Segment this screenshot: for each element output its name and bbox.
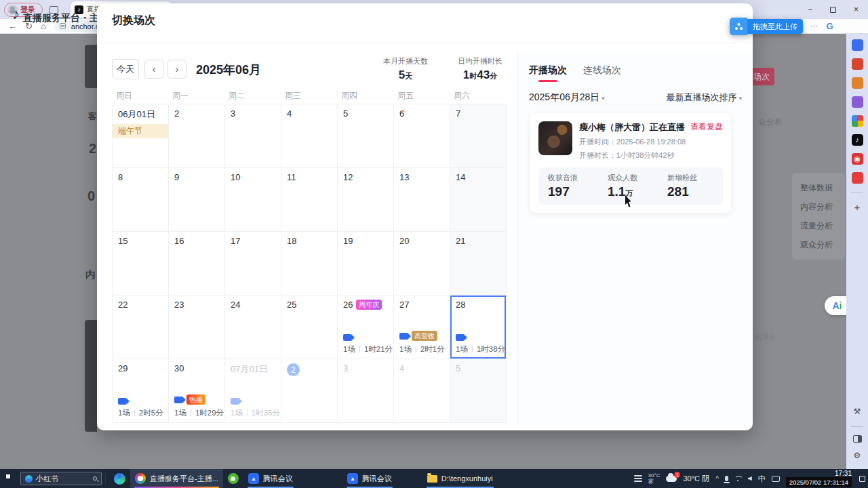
calendar-day-cell[interactable]: 7 xyxy=(450,104,507,168)
separator: | xyxy=(359,344,361,354)
calendar-day-cell[interactable]: 27高营收1场|2时1分 xyxy=(394,296,450,359)
prev-month-button[interactable]: ‹ xyxy=(144,60,163,79)
profile-avatar[interactable]: G xyxy=(826,21,833,31)
calendar-day-cell[interactable]: 14 xyxy=(450,168,507,232)
calendar-day-cell[interactable]: 8 xyxy=(113,168,169,232)
calendar-day-cell[interactable]: 21 xyxy=(450,232,507,296)
session-icons xyxy=(343,334,352,341)
weather-text[interactable]: 30°C 阴 xyxy=(683,474,709,484)
bg-nav-item: 内容分析 xyxy=(800,197,845,216)
tab-link-sessions[interactable]: 连线场次 xyxy=(583,64,621,82)
calendar-day-cell[interactable]: 6 xyxy=(394,104,450,168)
weather-mini-widget[interactable]: 30°C 雾 xyxy=(648,472,660,485)
session-card[interactable]: 瘦小梅（胖大雷）正在直播 查看复盘 开播时间：2025-06-28 19:28:… xyxy=(530,113,731,213)
background-video-thumbnail xyxy=(85,320,97,432)
system-tray: 30°C 雾 1 30°C 阴 ^ 中 17:31 2025/07/02 17:… xyxy=(634,469,868,488)
calendar-day-cell[interactable]: 4 xyxy=(394,359,450,423)
calendar-day-cell[interactable]: 20 xyxy=(394,232,450,296)
calendar-day-cell[interactable]: 9 xyxy=(169,168,225,232)
settings-gear-icon[interactable]: ⚙ xyxy=(852,450,863,462)
calendar-day-cell[interactable]: 13 xyxy=(394,168,450,232)
red-app-icon[interactable] xyxy=(852,172,863,184)
session-count: 1场 xyxy=(456,344,468,354)
toolbox-icon[interactable] xyxy=(852,77,863,89)
sort-dropdown[interactable]: 最新直播场次排序▾ xyxy=(666,92,742,104)
calendar-day-cell[interactable]: 10 xyxy=(225,168,281,232)
calendar-day-cell[interactable]: 26周年庆1场|1时21分 xyxy=(338,296,394,359)
calendar-day-cell[interactable]: 2 xyxy=(169,104,225,168)
calendar-day-cell[interactable]: 24 xyxy=(225,296,281,359)
weather-cloud-icon[interactable]: 1 xyxy=(666,476,677,482)
taskbar-folder-window[interactable]: D:\tengxunhuiyi xyxy=(422,469,498,488)
speaker-icon[interactable] xyxy=(748,476,752,481)
douyin-note-icon: ♪ xyxy=(12,5,20,23)
calendar-day-cell[interactable]: 2 xyxy=(281,359,338,423)
tray-expand-icon[interactable]: ^ xyxy=(715,475,719,483)
notification-center-icon[interactable] xyxy=(859,476,865,482)
calendar-day-cell[interactable]: 281场|1时38分 xyxy=(450,296,507,359)
calendar-day-cell[interactable]: 12 xyxy=(338,168,394,232)
calendar-day-cell[interactable]: 11 xyxy=(281,168,338,232)
office-app-icon[interactable] xyxy=(852,58,863,70)
calendar-day-cell[interactable]: 19 xyxy=(338,232,394,296)
shopping-tag-icon[interactable] xyxy=(852,39,863,51)
input-language-indicator[interactable]: 中 xyxy=(758,474,766,484)
calendar-day-cell[interactable]: 16 xyxy=(169,232,225,296)
tab-broadcast-sessions[interactable]: 开播场次 xyxy=(529,64,567,82)
calendar-day-cell[interactable]: 07月01日1场|1时35分 xyxy=(225,359,281,423)
taskbar-tencent-meeting-2[interactable]: ▲ 腾讯会议 xyxy=(342,469,397,488)
sidebar-panel-icon[interactable] xyxy=(853,435,862,443)
drag-upload-button[interactable]: 拖拽至此上传 xyxy=(730,18,803,35)
taskbar-active-window[interactable]: 直播服务平台-主播... xyxy=(130,469,223,488)
keyboard-layout-icon[interactable] xyxy=(772,476,780,482)
network-icon[interactable] xyxy=(734,476,742,481)
tools-icon[interactable]: ⚒ xyxy=(852,406,863,418)
view-review-link[interactable]: 查看复盘 xyxy=(690,121,723,133)
calendar-day-cell[interactable]: 17 xyxy=(225,232,281,296)
add-sidebar-item-icon[interactable]: + xyxy=(852,201,863,213)
date-row: 4 xyxy=(287,108,332,119)
browser-eye-icon[interactable]: ◉ xyxy=(852,153,863,165)
calendar-day-cell[interactable]: 22 xyxy=(113,296,169,359)
taskbar-green-app[interactable] xyxy=(223,469,243,488)
date-row: 20 xyxy=(399,236,444,246)
calendar-day-cell[interactable]: 3 xyxy=(338,359,394,423)
restore-button[interactable] xyxy=(830,7,836,13)
calendar-day-cell[interactable]: 25 xyxy=(281,296,338,359)
more-menu-icon[interactable]: ⋯ xyxy=(810,22,818,30)
tencent-meeting-icon: ▲ xyxy=(248,473,259,484)
tencent-meeting-icon: ▲ xyxy=(347,473,358,484)
weekday-label: 周三 xyxy=(281,90,337,102)
taskbar-edge-app[interactable] xyxy=(109,469,130,488)
taskbar-tencent-meeting[interactable]: ▲ 腾讯会议 xyxy=(243,469,298,488)
date-number: 4 xyxy=(399,363,404,373)
calendar-day-cell[interactable]: 15 xyxy=(113,232,169,296)
calendar-day-cell[interactable]: 30热播1场|1时29分 xyxy=(169,359,225,423)
news-menu-icon[interactable] xyxy=(634,475,642,482)
microphone-icon[interactable] xyxy=(725,476,728,481)
calendar-day-cell[interactable]: 3 xyxy=(225,104,281,168)
app-grid-icon[interactable] xyxy=(852,115,863,127)
date-row: 10 xyxy=(231,172,275,182)
calendar-day-cell[interactable]: 291场|2时5分 xyxy=(113,359,169,423)
hourglass-app-icon[interactable] xyxy=(852,96,863,108)
calendar-day-cell[interactable]: 5 xyxy=(450,359,507,423)
start-button-icon[interactable] xyxy=(6,474,15,483)
taskbar-clock[interactable]: 17:31 2025/07/02 17:31:14 xyxy=(786,470,852,487)
calendar-day-cell[interactable]: 5 xyxy=(338,104,394,168)
calendar-day-cell[interactable]: 4 xyxy=(281,104,338,168)
date-row: 28 xyxy=(456,300,500,310)
stat-unit: 万 xyxy=(625,189,633,197)
calendar-day-cell[interactable]: 06月01日端午节 xyxy=(113,104,169,168)
minimize-button[interactable]: − xyxy=(808,5,812,14)
panel-date-dropdown[interactable]: 2025年06月28日▾ xyxy=(529,92,605,104)
session-duration: 2时5分 xyxy=(139,408,163,418)
calendar-day-cell[interactable]: 23 xyxy=(169,296,225,359)
today-button[interactable]: 今天 xyxy=(112,59,139,79)
douyin-app-icon[interactable]: ♪ xyxy=(852,134,863,146)
date-number: 3 xyxy=(343,363,348,373)
calendar-day-cell[interactable]: 18 xyxy=(281,232,338,296)
close-button[interactable]: × xyxy=(854,5,859,14)
next-month-button[interactable]: › xyxy=(167,60,186,79)
taskbar-search-box[interactable]: 小红书 xyxy=(20,472,102,485)
